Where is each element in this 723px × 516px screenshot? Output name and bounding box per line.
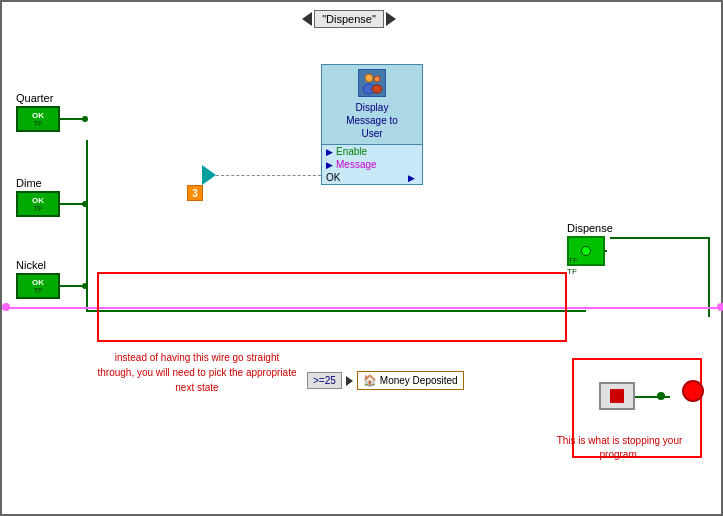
svg-point-0 — [365, 74, 373, 82]
message-label: Message — [336, 159, 377, 170]
dime-type-text: TF — [34, 205, 43, 212]
money-deposited-label: Money Deposited — [380, 375, 458, 386]
quarter-bool-button[interactable]: OK TF — [16, 106, 60, 132]
node-pin-ok: OK ▶ — [322, 171, 422, 184]
node-icon — [358, 69, 386, 97]
nickel-control: Nickel OK TF — [16, 259, 88, 299]
dropdown-right-arrow — [386, 12, 396, 26]
stop-square-icon — [610, 389, 624, 403]
money-deposited-state[interactable]: 🏠 Money Deposited — [357, 371, 464, 390]
node-pin-message: ▶ Message — [322, 158, 422, 171]
dispense-type-text: TF — [567, 267, 577, 276]
node-pin-enable: ▶ Enable — [322, 145, 422, 158]
top-dropdown[interactable]: "Dispense" — [302, 10, 396, 28]
main-red-rectangle — [97, 272, 567, 342]
dime-wire — [60, 203, 82, 205]
node-title: DisplayMessage toUser — [322, 99, 422, 144]
dispense-control: Dispense TF — [567, 222, 613, 276]
dispense-wire-right — [610, 237, 710, 239]
left-wire-v — [86, 140, 88, 310]
gte-money-row: >=25 🏠 Money Deposited — [307, 371, 464, 390]
stop-wire-dot — [657, 392, 665, 400]
dispense-label: Dispense — [567, 222, 613, 234]
stop-circle-icon — [682, 380, 704, 402]
dime-bool-button[interactable]: OK TF — [16, 191, 60, 217]
ok-arrow-icon: ▶ — [408, 173, 415, 183]
pink-dot-left — [2, 303, 10, 311]
selector-triangle-icon — [202, 165, 216, 185]
dispense-tf-label: TF — [568, 256, 578, 265]
state-home-icon: 🏠 — [363, 374, 377, 387]
ok-label: OK — [326, 172, 340, 183]
main-canvas: "Dispense" Quarter OK TF Dime OK TF Nick… — [0, 0, 723, 516]
display-message-node[interactable]: DisplayMessage toUser ▶ Enable ▶ Message… — [321, 64, 423, 185]
number-indicator: 3 — [187, 185, 203, 201]
quarter-wire — [60, 118, 82, 120]
stop-square-button[interactable] — [599, 382, 635, 410]
dropdown-left-arrow — [302, 12, 312, 26]
dime-ok-text: OK — [32, 197, 44, 205]
quarter-type-text: TF — [34, 120, 43, 127]
node-pins: ▶ Enable ▶ Message OK ▶ — [322, 144, 422, 184]
dashed-wire — [216, 175, 321, 176]
dispense-dot-icon — [581, 246, 591, 256]
quarter-label: Quarter — [16, 92, 53, 104]
nickel-type-text: TF — [34, 287, 43, 294]
nickel-bool-button[interactable]: OK TF — [16, 273, 60, 299]
message-arrow-icon: ▶ — [326, 160, 333, 170]
dispense-wire-down — [708, 237, 710, 317]
quarter-control: Quarter OK TF — [16, 92, 88, 132]
enable-arrow-icon: ▶ — [326, 147, 333, 157]
gte-arrow-icon — [346, 376, 353, 386]
enable-label: Enable — [336, 146, 367, 157]
nickel-wire — [60, 285, 82, 287]
node-icon-area — [322, 65, 422, 99]
dropdown-label[interactable]: "Dispense" — [314, 10, 384, 28]
dime-control: Dime OK TF — [16, 177, 88, 217]
dime-label: Dime — [16, 177, 88, 189]
svg-point-2 — [374, 76, 380, 82]
dispense-type-label — [605, 250, 607, 252]
quarter-terminal — [82, 116, 88, 122]
quarter-ok-text: OK — [32, 112, 44, 120]
nickel-ok-text: OK — [32, 279, 44, 287]
annotation-wire-text: instead of having this wire go straight … — [97, 350, 297, 395]
stop-annotation-text: This is what is stopping your program. — [537, 434, 702, 462]
svg-point-3 — [372, 85, 382, 93]
nickel-label: Nickel — [16, 259, 88, 271]
gte-node: >=25 — [307, 372, 342, 389]
pink-dot-right — [717, 303, 723, 311]
